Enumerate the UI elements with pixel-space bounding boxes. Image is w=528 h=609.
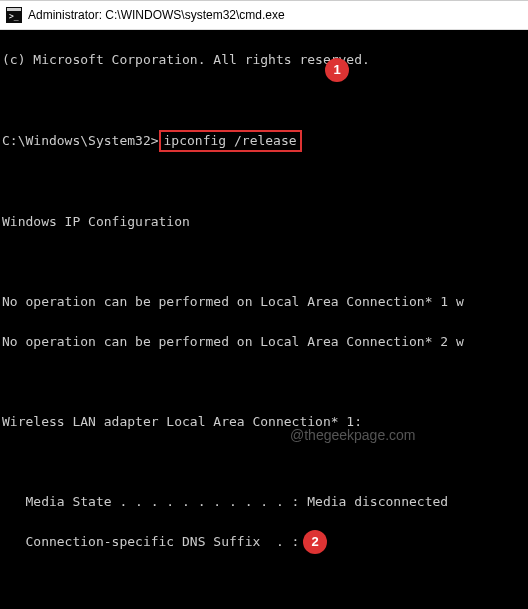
badge-1-number: 1	[333, 60, 340, 80]
annotation-badge-1: 1	[325, 58, 349, 82]
watermark-text: @thegeekpage.com	[290, 425, 416, 445]
cmd-icon: >_	[6, 7, 22, 23]
annotation-badge-2: 2	[303, 530, 327, 554]
window-titlebar: >_ Administrator: C:\WINDOWS\system32\cm…	[0, 0, 528, 30]
ipconfig-header-1: Windows IP Configuration	[2, 212, 526, 232]
command-1-highlight: ipconfig /release	[159, 130, 302, 152]
terminal-output[interactable]: (c) Microsoft Corporation. All rights re…	[0, 30, 528, 609]
blank-line	[2, 452, 526, 472]
svg-text:>_: >_	[9, 12, 19, 21]
prompt-path: C:\Windows\System32>	[2, 133, 159, 148]
noop-line-2: No operation can be performed on Local A…	[2, 332, 526, 352]
blank-line	[2, 372, 526, 392]
command-1-text: ipconfig /release	[164, 133, 297, 148]
adapter-1-media: Media State . . . . . . . . . . . : Medi…	[2, 492, 526, 512]
adapter-1-title: Wireless LAN adapter Local Area Connecti…	[2, 412, 526, 432]
blank-line	[2, 172, 526, 192]
adapter-1-dns: Connection-specific DNS Suffix . :	[2, 532, 526, 552]
copyright-line: (c) Microsoft Corporation. All rights re…	[2, 50, 526, 70]
blank-line	[2, 572, 526, 592]
prompt-line-1: C:\Windows\System32>ipconfig /release	[2, 130, 526, 152]
svg-rect-1	[7, 8, 21, 11]
blank-line	[2, 90, 526, 110]
blank-line	[2, 252, 526, 272]
badge-2-number: 2	[311, 532, 318, 552]
noop-line-1: No operation can be performed on Local A…	[2, 292, 526, 312]
window-title: Administrator: C:\WINDOWS\system32\cmd.e…	[28, 8, 285, 22]
